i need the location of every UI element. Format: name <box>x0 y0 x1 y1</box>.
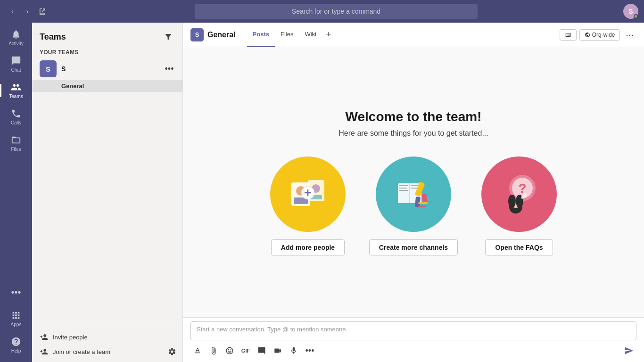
join-create-item[interactable]: Join or create a team <box>40 347 110 356</box>
svg-point-29 <box>523 193 527 197</box>
sidebar-item-activity[interactable]: Activity <box>0 25 32 51</box>
main-content: S General Posts Files Wiki + <box>183 23 644 362</box>
channel-name-heading: General <box>207 31 236 39</box>
add-more-people-button[interactable]: Add more people <box>271 239 345 255</box>
sidebar-label-apps: Apps <box>11 322 22 327</box>
meet-button[interactable] <box>271 344 285 358</box>
view-icon <box>565 32 571 38</box>
sidebar-item-chat[interactable]: Chat <box>0 51 32 77</box>
svg-rect-17 <box>421 193 428 203</box>
search-bar[interactable]: Search for or type a command <box>195 4 478 19</box>
join-create-row: Join or create a team <box>32 345 182 358</box>
svg-rect-13 <box>399 190 408 191</box>
tab-wiki[interactable]: Wiki <box>299 23 322 47</box>
compose-toolbar: GIF ••• <box>190 340 636 358</box>
sidebar-label-files: Files <box>11 147 21 152</box>
files-icon <box>11 135 21 145</box>
tab-files[interactable]: Files <box>275 23 299 47</box>
sidebar-item-teams[interactable]: Teams <box>0 77 32 104</box>
sidebar-item-calls[interactable]: Calls <box>0 104 32 130</box>
filter-icon <box>164 33 173 41</box>
send-icon <box>624 346 634 355</box>
invite-people-item[interactable]: Invite people <box>32 329 182 345</box>
user-avatar[interactable]: S <box>623 4 638 19</box>
bell-icon <box>11 29 21 40</box>
compose-area: Start a new conversation. Type @ to ment… <box>183 317 644 362</box>
gear-icon <box>168 347 176 356</box>
add-people-svg <box>282 168 334 220</box>
welcome-subtitle: Here are some things for you to get star… <box>339 129 488 138</box>
tab-posts[interactable]: Posts <box>247 23 275 47</box>
add-people-illustration <box>270 156 346 232</box>
emoji-button[interactable] <box>223 344 237 358</box>
format-button[interactable] <box>190 344 205 358</box>
join-create-label: Join or create a team <box>53 348 110 355</box>
channel-name: General <box>61 82 84 90</box>
send-button[interactable] <box>621 343 636 358</box>
sidebar-label-chat: Chat <box>11 67 21 73</box>
org-wide-label: Org-wide <box>592 32 615 38</box>
open-faqs-card: ? Open the FAQs <box>472 156 566 255</box>
sidebar-icons: Activity Chat Teams Calls Files <box>0 23 32 362</box>
forward-button[interactable]: › <box>21 5 34 18</box>
top-bar-right: S <box>623 4 638 19</box>
back-button[interactable]: ‹ <box>6 5 19 18</box>
open-faqs-illustration: ? <box>481 156 557 232</box>
nav-buttons: ‹ › <box>6 5 49 18</box>
tab-posts-label: Posts <box>253 31 269 38</box>
team-avatar: S <box>40 60 57 77</box>
add-tab-button[interactable]: + <box>322 28 335 41</box>
open-faqs-svg: ? <box>493 168 545 220</box>
add-people-card: Add more people <box>261 156 355 255</box>
sidebar-item-files[interactable]: Files <box>0 130 32 156</box>
sticker-icon <box>257 346 266 355</box>
create-channels-card: Create more channels <box>366 156 461 255</box>
org-wide-button[interactable]: Org-wide <box>579 29 620 41</box>
welcome-cards: Add more people <box>261 156 566 255</box>
welcome-area: Welcome to the team! Here are some thing… <box>183 47 644 317</box>
teams-title: Teams <box>40 32 66 42</box>
phone-icon <box>11 108 21 119</box>
sidebar-item-more[interactable]: ••• <box>0 279 32 305</box>
sidebar-item-help[interactable]: Help <box>0 332 32 358</box>
sidebar-item-apps[interactable]: Apps <box>0 305 32 332</box>
sidebar-bottom: ••• Apps Help <box>0 279 32 362</box>
audio-button[interactable] <box>287 344 301 358</box>
gif-button[interactable]: GIF <box>239 344 253 358</box>
channel-header: S General Posts Files Wiki + <box>183 23 644 47</box>
create-more-channels-button[interactable]: Create more channels <box>369 239 458 255</box>
external-button[interactable] <box>36 5 49 18</box>
sidebar-label-help: Help <box>11 348 21 354</box>
filter-button[interactable] <box>162 30 175 43</box>
teams-panel: Teams Your teams S S ••• General Invite … <box>32 23 183 362</box>
svg-rect-19 <box>418 202 428 204</box>
compose-input[interactable]: Start a new conversation. Type @ to ment… <box>190 321 636 340</box>
header-actions: Org-wide ··· <box>560 28 636 41</box>
sticker-button[interactable] <box>255 344 269 358</box>
create-channels-svg <box>388 168 439 220</box>
sidebar-label-activity: Activity <box>8 41 24 46</box>
create-channels-illustration <box>376 156 451 232</box>
sidebar-label-calls: Calls <box>11 120 21 125</box>
attach-icon <box>209 346 218 355</box>
chat-icon <box>11 56 21 66</box>
more-tools-button[interactable]: ••• <box>303 344 317 358</box>
teams-header: Teams <box>32 23 182 45</box>
open-faqs-button[interactable]: Open the FAQs <box>485 239 553 255</box>
sidebar-label-teams: Teams <box>9 94 23 99</box>
settings-button[interactable] <box>165 345 179 358</box>
view-toggle-button[interactable] <box>560 29 577 41</box>
status-dot <box>634 14 638 18</box>
team-more-button[interactable]: ••• <box>164 63 175 74</box>
channel-team-badge: S <box>190 28 204 41</box>
svg-rect-20 <box>418 206 426 207</box>
svg-rect-12 <box>399 188 407 189</box>
svg-rect-11 <box>399 185 408 186</box>
svg-point-28 <box>521 196 524 199</box>
attach-button[interactable] <box>206 344 221 358</box>
team-item[interactable]: S S ••• <box>32 58 182 80</box>
format-icon <box>193 346 202 355</box>
apps-icon <box>11 310 21 321</box>
channel-item-general[interactable]: General <box>32 80 182 92</box>
channel-ellipsis-button[interactable]: ··· <box>623 28 636 41</box>
